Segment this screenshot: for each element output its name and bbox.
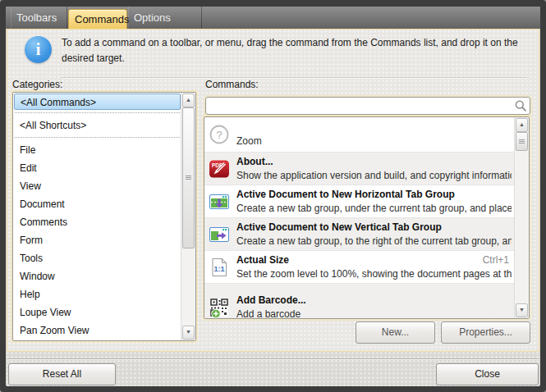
command-description: Create a new tab group, to the right of … bbox=[236, 235, 512, 248]
category-item-all-shortcuts[interactable]: <All Shortcuts> bbox=[13, 116, 181, 134]
categories-label: Categories: bbox=[12, 79, 62, 90]
category-item-comments[interactable]: Comments bbox=[13, 213, 181, 231]
add-barcode-icon bbox=[209, 297, 230, 318]
list-separator bbox=[13, 110, 181, 116]
list-separator bbox=[13, 134, 181, 141]
properties-button[interactable]: Properties... bbox=[441, 321, 530, 344]
command-item-horizontal-tab-group[interactable]: Active Document to New Horizontal Tab Gr… bbox=[204, 185, 515, 217]
tab-toolbars[interactable]: Toolbars bbox=[11, 7, 67, 29]
categories-listbox: <All Commands> <All Shortcuts> File Edit… bbox=[12, 92, 196, 341]
category-item-help[interactable]: Help bbox=[13, 285, 181, 303]
tab-commands[interactable]: Commands bbox=[68, 9, 127, 29]
command-title: Active Document to New Vertical Tab Grou… bbox=[236, 221, 512, 235]
command-title: Add Barcode... bbox=[236, 294, 512, 308]
categories-scrollbar: ▲ ▼ bbox=[181, 93, 195, 340]
command-title: Actual Size bbox=[236, 253, 476, 267]
commands-label: Commands: bbox=[205, 79, 259, 90]
commands-scrollbar: ▲ ▼ bbox=[514, 117, 529, 318]
command-description: Show the application version and build, … bbox=[236, 169, 512, 183]
dialog-footer: Reset All Close bbox=[6, 352, 540, 386]
thumb-grip bbox=[186, 175, 191, 180]
category-item-file[interactable]: File bbox=[13, 141, 181, 159]
close-button[interactable]: Close bbox=[436, 363, 539, 385]
reset-all-button[interactable]: Reset All bbox=[8, 363, 116, 385]
category-item-window[interactable]: Window bbox=[13, 267, 181, 285]
divider bbox=[62, 77, 527, 78]
command-title: Active Document to New Horizontal Tab Gr… bbox=[236, 188, 512, 202]
command-description: Zoom bbox=[236, 134, 512, 148]
scroll-down-button[interactable]: ▼ bbox=[516, 303, 528, 317]
category-item-edit[interactable]: Edit bbox=[13, 159, 181, 177]
command-description: Set the zoom level to 100%, showing the … bbox=[236, 267, 512, 281]
category-item-pan-zoom-view[interactable]: Pan Zoom View bbox=[13, 321, 181, 340]
commands-listbox: ? Zoom PD bbox=[204, 116, 530, 319]
search-icon[interactable] bbox=[514, 99, 527, 112]
pdf-logo-icon: PDF bbox=[209, 158, 230, 180]
command-title: About... bbox=[236, 155, 512, 169]
command-item-about[interactable]: PDF About... Show the application versio… bbox=[204, 152, 515, 185]
command-shortcut: Ctrl+1 bbox=[476, 253, 512, 267]
new-horizontal-tab-group-icon bbox=[209, 191, 230, 212]
new-button[interactable]: New... bbox=[356, 321, 435, 344]
command-description: Create a new tab group, under the curren… bbox=[236, 202, 512, 216]
command-item-add-barcode[interactable]: Add Barcode... Add a barcode bbox=[204, 283, 515, 318]
divider bbox=[7, 358, 539, 359]
scrollbar-thumb[interactable] bbox=[182, 107, 195, 248]
svg-text:?: ? bbox=[216, 129, 222, 141]
tab-bar: Toolbars Commands Options bbox=[6, 7, 540, 29]
scroll-up-button[interactable]: ▲ bbox=[516, 118, 528, 132]
customize-toolbars-dialog: Toolbars Commands Options i To add a com… bbox=[0, 0, 546, 392]
command-search-box bbox=[205, 97, 530, 115]
category-item-view[interactable]: View bbox=[13, 177, 181, 195]
actual-size-icon: 1:1 bbox=[209, 257, 230, 278]
thumb-grip bbox=[519, 139, 525, 144]
category-item-all-commands[interactable]: <All Commands> bbox=[14, 93, 181, 110]
commands-tab-panel: i To add a command on a toolbar, or menu… bbox=[7, 29, 539, 352]
info-message: To add a command on a toolbar, or menu, … bbox=[62, 35, 531, 66]
category-item-document[interactable]: Document bbox=[13, 195, 181, 213]
new-vertical-tab-group-icon bbox=[209, 224, 230, 245]
command-description: Add a barcode bbox=[236, 308, 512, 319]
scroll-up-button[interactable]: ▲ bbox=[182, 93, 195, 107]
tab-options[interactable]: Options bbox=[128, 7, 202, 29]
category-item-form[interactable]: Form bbox=[13, 231, 181, 249]
info-icon: i bbox=[25, 36, 52, 63]
category-item-loupe-view[interactable]: Loupe View bbox=[13, 303, 181, 321]
command-item-vertical-tab-group[interactable]: Active Document to New Vertical Tab Grou… bbox=[204, 217, 515, 250]
help-circle-icon: ? bbox=[209, 124, 230, 145]
search-input[interactable] bbox=[209, 98, 510, 113]
category-item-tools[interactable]: Tools bbox=[13, 249, 181, 267]
dialog-body: Toolbars Commands Options i To add a com… bbox=[6, 7, 540, 386]
scroll-down-button[interactable]: ▼ bbox=[182, 326, 195, 340]
svg-text:1:1: 1:1 bbox=[213, 264, 224, 272]
command-item-zoom-partial[interactable]: ? Zoom bbox=[204, 117, 515, 152]
scrollbar-thumb[interactable] bbox=[516, 132, 528, 151]
command-item-actual-size[interactable]: 1:1 Actual Size Ctrl+1 Set the zoom leve… bbox=[204, 250, 515, 283]
